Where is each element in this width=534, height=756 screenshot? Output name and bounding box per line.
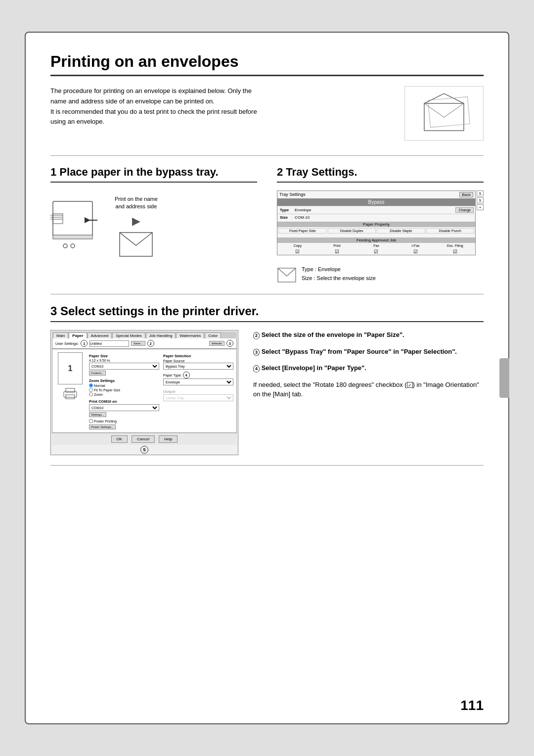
bypass-tray-illustration [50, 196, 105, 256]
annotation-3: 3 [226, 340, 233, 347]
print-label: Print on the name and address side [115, 195, 158, 211]
help-button[interactable]: Help [159, 435, 178, 443]
step1-heading-text: 1 Place paper in the bypass tray. [50, 166, 219, 179]
page-title: Printing on an envelopes [50, 52, 484, 76]
tray-settings-outer: Tray Settings Back Bypass Type Envelope … [277, 190, 484, 255]
num-box-1[interactable]: 5 [477, 190, 484, 196]
num-box-plus[interactable]: + [477, 204, 484, 210]
divider3 [50, 465, 484, 466]
bypass-row: Bypass [277, 198, 475, 206]
tab-watermarks[interactable]: Watermarks [176, 332, 204, 338]
back-btn[interactable]: Back [459, 192, 473, 197]
type-label: Type [278, 207, 293, 213]
side-tab [499, 358, 509, 398]
step3-section: 3 Select settings in the printer driver.… [50, 304, 484, 455]
step2-heading-text: 2 Tray Settings. [277, 166, 357, 179]
zoom-normal-radio: Normal [89, 383, 159, 387]
annotation-5: 5 [52, 446, 237, 454]
disable-punch: Disable Punch [426, 228, 475, 234]
save-button[interactable]: Save... [131, 341, 145, 346]
printer-icon [63, 387, 78, 400]
zoom-zoom-label: Zoom [94, 393, 103, 396]
zoom-zoom-radio-input[interactable] [89, 392, 93, 396]
paper-type-row: Paper Type: 4 [163, 372, 233, 378]
zoom-normal-radio-input[interactable] [89, 383, 93, 387]
paper-source-label: Paper Source: [163, 359, 233, 363]
type-note: Type : Envelope Size : Select the envelo… [277, 264, 484, 284]
ann3-label: 3 [253, 349, 260, 356]
svg-rect-4 [53, 201, 92, 236]
instruction-note-text: If needed, select the "Rotate 180 degree… [253, 381, 479, 398]
disable-staple: Disable Staple [377, 228, 425, 234]
tab-advanced[interactable]: Advanced [88, 332, 112, 338]
tab-color[interactable]: Color [205, 332, 221, 338]
tab-special-modes[interactable]: Special Modes [112, 332, 145, 338]
step3-content: Main Paper Advanced Special Modes Job Ha… [50, 330, 484, 455]
cancel-button[interactable]: Cancel [132, 435, 155, 443]
intro-line1: The procedure for printing on an envelop… [50, 86, 257, 96]
tab-job-handling[interactable]: Job Handling [146, 332, 176, 338]
tab-paper[interactable]: Paper [69, 332, 87, 338]
property-row: Fixed Paper Side Disable Duplex Disable … [277, 227, 475, 235]
ann4-label: 4 [253, 365, 260, 373]
paper-type-select[interactable]: Envelope [163, 378, 233, 385]
defaults-button[interactable]: defaults [209, 341, 224, 346]
svg-line-2 [444, 103, 464, 117]
fax-item: Fax [357, 244, 396, 247]
instruction-note: If needed, select the "Rotate 180 degree… [253, 380, 484, 399]
print-label-line1: Print on the name [115, 195, 158, 203]
settings-button[interactable]: Settings... [89, 412, 106, 417]
envelope-header-illustration [404, 86, 484, 141]
svg-rect-16 [66, 395, 75, 399]
i-fax-item: I-Fax [397, 244, 435, 247]
zoom-normal-label: Normal [94, 384, 105, 387]
check5: ☑ [436, 249, 474, 254]
fixed-paper-side: Fixed Paper Side [278, 228, 327, 234]
zoom-fit-radio-input[interactable] [89, 388, 93, 392]
annotation-4: 4 [183, 372, 190, 378]
paper-source-select[interactable]: Bypass Tray [163, 363, 233, 370]
size-value: COM-10 [293, 215, 474, 220]
svg-rect-9 [53, 235, 92, 239]
preview-number: 1 [68, 364, 73, 373]
zoom-fit-radio: Fit To Paper Size [89, 388, 159, 392]
tray-settings-box: Tray Settings Back Bypass Type Envelope … [277, 190, 476, 255]
check2: ☑ [318, 249, 356, 254]
paper-size-select[interactable]: COM10 [89, 363, 159, 370]
tray-settings-main: Tray Settings Back Bypass Type Envelope … [277, 190, 476, 255]
page: Printing on an envelopes The procedure f… [25, 32, 509, 724]
driver-center: Paper Size 4.12 x 9.50 in. COM10 Custom.… [89, 352, 159, 429]
print-com10-select[interactable]: COM10 [89, 404, 159, 411]
bypass-label: Bypass [368, 199, 385, 205]
user-settings-input[interactable] [89, 340, 129, 347]
divider2 [50, 294, 484, 294]
driver-right: Paper Selection Paper Source: Bypass Tra… [163, 352, 233, 429]
intro-line4: using an envelope. [50, 117, 257, 127]
custom-button[interactable]: Custom... [89, 371, 106, 376]
output-select: Center Tray [163, 394, 233, 401]
poster-printing-checkbox[interactable] [89, 419, 93, 423]
size-row: Size COM-10 [277, 214, 475, 221]
check3: ☑ [357, 249, 396, 254]
ann2-label: 2 [253, 332, 260, 339]
step1-content: Print on the name and address side ▶ [50, 190, 257, 262]
size-label: Size [278, 215, 293, 220]
tab-main[interactable]: Main [53, 332, 68, 338]
ok-button[interactable]: OK [111, 435, 128, 443]
poster-printing-label: Poster Printing [94, 420, 117, 423]
svg-rect-15 [66, 388, 75, 392]
user-settings-label: User Settings: [55, 341, 79, 346]
approved-row: Copy Print Fax I-Fax Doc. Filing [277, 243, 475, 248]
paper-type-label: Paper Type: [163, 374, 182, 377]
change-btn[interactable]: Change [455, 207, 474, 213]
step1-heading: 1 Place paper in the bypass tray. [50, 166, 257, 183]
paper-size-label: Paper Size [89, 354, 159, 358]
type-note-line1: Type : Envelope [302, 265, 376, 274]
plus-minus-row [277, 235, 475, 236]
doc-filing-item: Doc. Filing [436, 244, 474, 247]
copy-item: Copy [278, 244, 317, 247]
poster-settings-button[interactable]: Poster Settings... [89, 425, 116, 429]
paper-property-bar: Paper Property [277, 222, 475, 227]
disable-duplex: Disable Duplex [328, 228, 376, 234]
step2-column: 2 Tray Settings. Tray Settings Back Bypa… [277, 166, 484, 284]
